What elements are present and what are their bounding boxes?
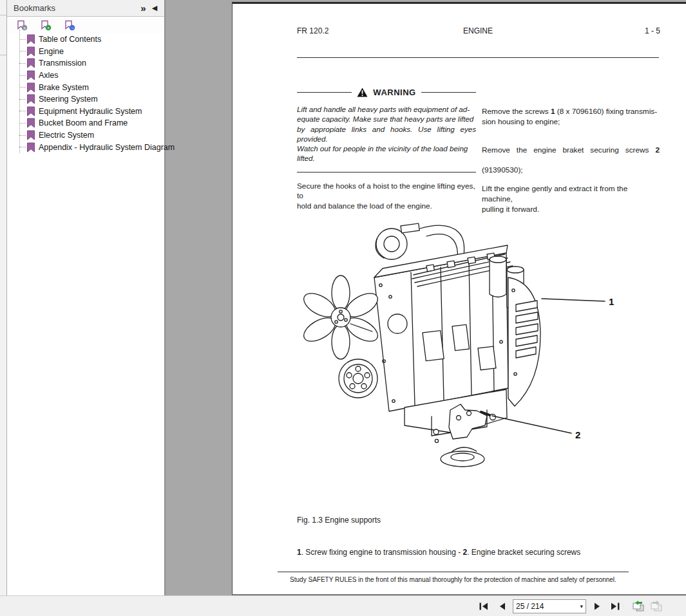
- figure-engine-block: [374, 245, 508, 411]
- rail-divider-2: [0, 55, 6, 55]
- bookmark-tree: Table of Contents Engine Transmission Ax…: [17, 33, 162, 153]
- next-view-icon: [650, 601, 663, 612]
- bookmark-item-equipment-hydraulic-system[interactable]: Equipment Hydraulic System: [17, 106, 162, 118]
- bookmark-item-label: Steering System: [39, 95, 98, 104]
- bookmark-plus-icon: +: [41, 20, 52, 31]
- page-header-center: ENGINE: [463, 26, 493, 35]
- double-chevron-icon: »: [140, 3, 145, 13]
- instruction-p2: Remove the engine braket securing screws…: [482, 135, 660, 176]
- collapse-panel-button[interactable]: ◀: [149, 3, 160, 14]
- footer-rule: [278, 572, 629, 572]
- bookmark-item-label: Electric System: [39, 131, 94, 140]
- bookmarks-toolbar: x + →: [7, 17, 164, 33]
- callout-2-line: [492, 416, 571, 433]
- bookmark-icon: [26, 70, 35, 80]
- left-rail: [0, 0, 7, 595]
- bookmarks-header: Bookmarks » ◀: [7, 0, 164, 17]
- figure-flywheel-housing: [508, 277, 540, 406]
- bookmark-arrow-icon: →: [64, 20, 75, 31]
- bookmark-icon: [26, 130, 35, 140]
- callout-2-label: 2: [575, 429, 580, 440]
- last-page-icon: [610, 602, 620, 611]
- page-header-right: 1 - 5: [645, 26, 660, 35]
- bookmark-icon: [26, 82, 35, 93]
- callout-1-label: 1: [609, 296, 614, 307]
- instruction-p1: Remove the screws 1 (8 x 7096160) fixing…: [482, 107, 660, 127]
- page-header-left: FR 120.2: [297, 26, 329, 35]
- warning-body: Lift and handle all heavy parts with equ…: [297, 104, 476, 163]
- bookmark-item-label: Brake System: [39, 83, 89, 92]
- expand-options-button[interactable]: »: [137, 3, 149, 14]
- bookmark-item-label: Table of Contents: [39, 35, 101, 44]
- bookmark-item-appendix[interactable]: Appendix - Hydraulic System Diagram: [17, 141, 162, 153]
- bookmark-item-label: Axles: [39, 71, 59, 80]
- warning-icon: [357, 88, 368, 97]
- bookmark-item-label: Engine: [39, 47, 64, 56]
- part-number-2: 2: [655, 145, 660, 154]
- svg-text:x: x: [23, 24, 26, 30]
- window-root: { "colors": { "bookmark_purple": "#91589…: [0, 0, 686, 616]
- warning-title: WARNING: [373, 88, 415, 97]
- first-page-icon: [479, 602, 489, 611]
- secure-paragraph: Secure the hooks of a hoist to the engin…: [297, 182, 476, 212]
- header-rule: [297, 57, 659, 58]
- bookmark-item-brake-system[interactable]: Brake System: [17, 81, 162, 93]
- bookmark-item-engine[interactable]: Engine: [17, 46, 162, 58]
- next-view-button[interactable]: [649, 599, 663, 613]
- delete-bookmark-button[interactable]: x: [17, 20, 28, 31]
- previous-view-icon: [632, 601, 645, 612]
- instruction-p3: Lift the engine gently and extract it fr…: [482, 184, 660, 214]
- figure-caption: Fig. 1.3 Engine supports: [297, 516, 381, 525]
- figure-turbocharger: [376, 223, 419, 259]
- bookmark-item-label: Bucket Boom and Frame: [39, 118, 128, 127]
- bookmark-item-axles[interactable]: Axles: [17, 70, 162, 82]
- bookmark-item-transmission[interactable]: Transmission: [17, 57, 162, 70]
- engine-figure: 1 2: [294, 213, 654, 477]
- prev-page-button[interactable]: [495, 600, 509, 613]
- combo-caret-icon[interactable]: ▾: [580, 603, 583, 610]
- next-page-button[interactable]: [590, 600, 604, 613]
- first-page-button[interactable]: [477, 600, 491, 613]
- warning-rule: [297, 172, 476, 173]
- document-page: FR 120.2 ENGINE 1 - 5 WARNING Lift and h…: [232, 2, 686, 595]
- bookmark-item-label: Transmission: [39, 59, 86, 68]
- bookmark-icon: [26, 142, 35, 153]
- bookmark-item-label: Appendix - Hydraulic System Diagram: [39, 143, 175, 152]
- bookmark-item-steering-system[interactable]: Steering System: [17, 93, 162, 106]
- next-page-icon: [593, 602, 602, 611]
- svg-text:→: →: [70, 25, 75, 30]
- warning-block: WARNING Lift and handle all heavy parts …: [297, 88, 476, 212]
- figure-fan: [300, 275, 382, 359]
- bookmark-item-table-of-contents[interactable]: Table of Contents: [17, 33, 162, 46]
- instructions-column: Remove the screws 1 (8 x 7096160) fixing…: [482, 107, 660, 214]
- bookmark-item-label: Equipment Hydraulic System: [39, 107, 142, 116]
- previous-view-button[interactable]: [631, 599, 645, 613]
- bookmark-item-bucket-boom-and-frame[interactable]: Bucket Boom and Frame: [17, 117, 162, 129]
- bookmark-icon: [26, 46, 35, 57]
- bookmark-icon: [26, 118, 35, 128]
- new-bookmark-button[interactable]: +: [41, 20, 52, 31]
- bookmark-icon: [26, 106, 35, 117]
- bookmark-x-icon: x: [17, 20, 28, 31]
- bookmark-item-electric-system[interactable]: Electric System: [17, 129, 162, 142]
- callout-1-line: [542, 299, 605, 301]
- figure-damper-wheel: [339, 359, 377, 398]
- footer-note: Study SAFETY RULES in the front of this …: [278, 576, 629, 583]
- bookmark-icon: [26, 58, 35, 68]
- rail-divider: [0, 15, 6, 15]
- bookmarks-title: Bookmarks: [14, 3, 137, 13]
- svg-text:+: +: [47, 24, 50, 30]
- bookmark-icon: [26, 94, 35, 104]
- parts-caption: 1. Screw fixing engine to transmission h…: [297, 548, 580, 557]
- collapse-triangle-icon: ◀: [152, 5, 157, 12]
- bookmark-icon: [26, 34, 35, 44]
- page-number-input[interactable]: [516, 602, 577, 611]
- last-page-button[interactable]: [608, 600, 622, 613]
- bookmarks-panel: Bookmarks » ◀ x + →: [7, 0, 166, 595]
- nav-toolbar: ▾: [0, 595, 686, 616]
- goto-bookmark-button[interactable]: →: [64, 20, 75, 31]
- page-number-field[interactable]: ▾: [513, 599, 586, 613]
- prev-page-icon: [498, 602, 506, 611]
